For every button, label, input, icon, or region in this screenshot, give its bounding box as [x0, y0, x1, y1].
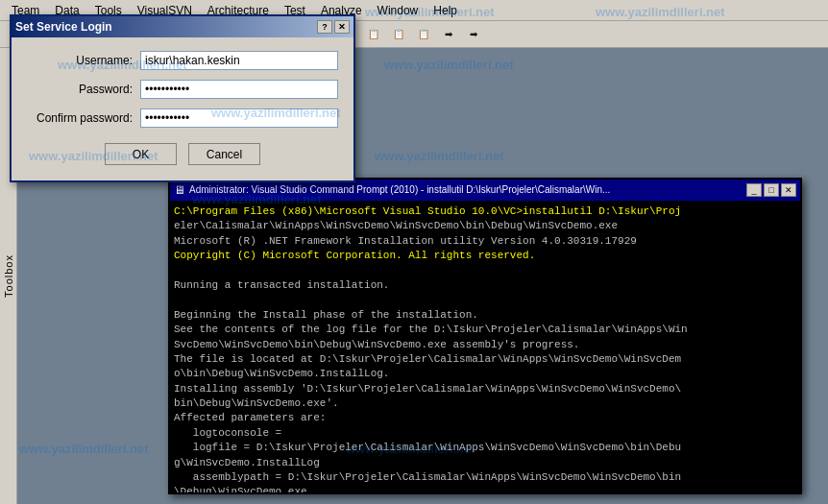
dialog-titlebar: Set Service Login ? ✕: [12, 16, 353, 37]
cmd-line-5: [174, 264, 796, 278]
cmd-title-buttons: _ □ ✕: [746, 183, 796, 197]
toolbox-label: Toolbox: [3, 254, 14, 298]
cmd-line-18: g\WinSvcDemo.InstallLog: [174, 456, 796, 470]
password-label: Password:: [27, 83, 133, 96]
cmd-content[interactable]: C:\Program Files (x86)\Microsoft Visual …: [170, 201, 800, 492]
cmd-line-11: The file is located at D:\Iskur\Projeler…: [174, 352, 796, 367]
cmd-line-8: Beginning the Install phase of the insta…: [174, 308, 796, 323]
cmd-maximize-button[interactable]: □: [764, 183, 779, 197]
dialog-buttons: OK Cancel: [27, 143, 338, 165]
dialog-content: Username: Password: Confirm password: OK…: [12, 37, 353, 180]
menu-help[interactable]: Help: [426, 2, 465, 19]
cmd-titlebar: 🖥 Administrator: Visual Studio Command P…: [170, 180, 800, 201]
cmd-line-15: Affected parameters are:: [174, 411, 796, 425]
cmd-line-2: eler\Calismalar\WinApps\WinSvcDemo\WinSv…: [174, 219, 796, 233]
cmd-line-19: assemblypath = D:\Iskur\Projeler\Calisma…: [174, 470, 796, 485]
cmd-line-16: logtoconsole =: [174, 426, 796, 441]
cmd-line-10: SvcDemo\WinSvcDemo\bin\Debug\WinSvcDemo.…: [174, 338, 796, 352]
dialog-help-button[interactable]: ?: [317, 20, 332, 34]
toolbar-btn-6[interactable]: ➡: [438, 24, 459, 45]
cmd-line-9: See the contents of the log file for the…: [174, 323, 796, 337]
password-input[interactable]: [140, 80, 338, 99]
cmd-window: 🖥 Administrator: Visual Studio Command P…: [168, 178, 802, 494]
confirm-password-label: Confirm password:: [27, 111, 133, 125]
confirm-password-row: Confirm password:: [27, 108, 338, 128]
cmd-line-14: bin\Debug\WinSvcDemo.exe'.: [174, 396, 796, 411]
username-input[interactable]: [140, 51, 338, 70]
username-label: Username:: [27, 54, 133, 67]
cmd-line-6: Running a transacted installation.: [174, 278, 796, 293]
username-row: Username:: [27, 51, 338, 70]
dialog-close-button[interactable]: ✕: [334, 20, 350, 34]
cancel-button[interactable]: Cancel: [188, 143, 260, 165]
toolbar-btn-4[interactable]: 📋: [388, 24, 409, 45]
toolbar-btn-3[interactable]: 📋: [363, 24, 384, 45]
ok-button[interactable]: OK: [105, 143, 177, 165]
cmd-line-12: o\bin\Debug\WinSvcDemo.InstallLog.: [174, 367, 796, 381]
cmd-line-7: [174, 293, 796, 307]
toolbar-btn-5[interactable]: 📋: [413, 24, 434, 45]
cmd-line-20: \Debug\WinSvcDemo.exe: [174, 485, 796, 492]
cmd-minimize-button[interactable]: _: [746, 183, 762, 197]
cmd-line-4: Copyright (C) Microsoft Corporation. All…: [174, 249, 796, 263]
cmd-icon: 🖥: [174, 183, 185, 197]
dialog-title-buttons: ? ✕: [317, 20, 350, 34]
menu-window[interactable]: Window: [370, 2, 426, 19]
cmd-close-button[interactable]: ✕: [781, 183, 796, 197]
cmd-title: Administrator: Visual Studio Command Pro…: [189, 184, 610, 195]
cmd-line-3: Microsoft (R) .NET Framework Installatio…: [174, 234, 796, 249]
toolbar-btn-7[interactable]: ➡: [463, 24, 484, 45]
cmd-line-17: logfile = D:\Iskur\Projeler\Calismalar\W…: [174, 441, 796, 455]
cmd-line-1: C:\Program Files (x86)\Microsoft Visual …: [174, 204, 796, 219]
cmd-line-13: Installing assembly 'D:\Iskur\Projeler\C…: [174, 382, 796, 396]
confirm-password-input[interactable]: [140, 108, 338, 128]
dialog-title: Set Service Login: [15, 20, 112, 34]
set-service-login-dialog: Set Service Login ? ✕ Username: Password…: [10, 14, 355, 182]
password-row: Password:: [27, 80, 338, 99]
